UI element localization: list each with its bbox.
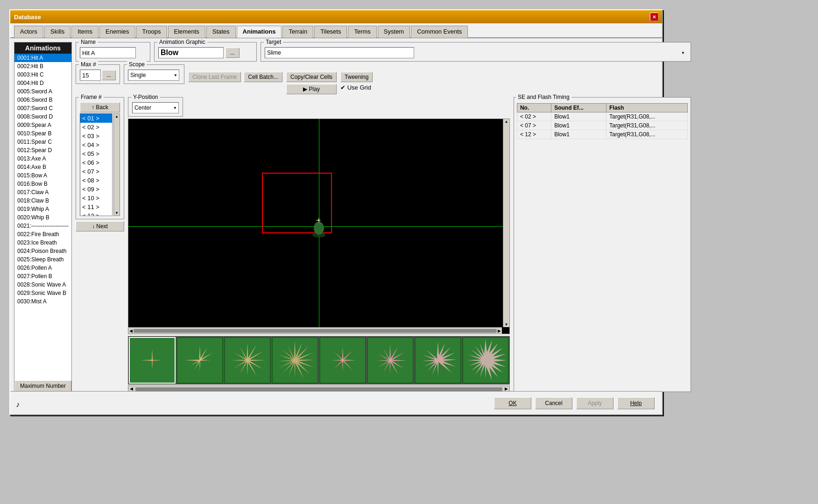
frame-item[interactable]: < 02 > [80,123,112,132]
frame-item[interactable]: < 08 > [80,176,112,185]
list-item[interactable]: 0001:Hit A [14,54,71,62]
tweening-button[interactable]: Tweening [340,72,373,82]
animations-list[interactable]: 0001:Hit A 0002:Hit B 0003:Hit C 0004:Hi… [14,54,71,380]
animation-graphic-browse-button[interactable]: ... [226,48,240,58]
tab-troops[interactable]: Troops [136,26,167,38]
list-item[interactable]: 0003:Hit C [14,70,71,79]
list-item[interactable]: 0004:Hit D [14,79,71,87]
frame-item[interactable]: < 06 > [80,158,112,167]
list-item[interactable]: 0022:Fire Breath [14,230,71,238]
list-item[interactable]: 0002:Hit B [14,62,71,70]
se-row-1[interactable]: < 02 > Blow1 Target(R31,G08,... [517,112,687,121]
canvas-scrollbar-h[interactable]: ◀ ▶ [128,327,502,334]
list-item[interactable]: 0015:Bow A [14,171,71,180]
frame-next-button[interactable]: ↓ Next [76,221,124,231]
list-item[interactable]: 0027:Pollen B [14,272,71,280]
list-item[interactable]: 0006:Sword B [14,96,71,104]
list-item[interactable]: 0026:Pollen A [14,264,71,272]
tab-elements[interactable]: Elements [168,26,205,38]
frame-back-button[interactable]: ↑ Back [80,102,120,112]
close-button[interactable]: ✕ [650,13,658,21]
se-row-2[interactable]: < 07 > Blow1 Target(R31,G08,... [517,121,687,130]
tab-states[interactable]: States [206,26,236,38]
tab-common-events[interactable]: Common Events [411,26,468,38]
tab-enemies[interactable]: Enemies [99,26,135,38]
sprite-frame-7[interactable] [415,337,461,384]
target-select-wrapper: Slime [265,47,687,58]
list-item[interactable]: 0020:Whip B [14,213,71,222]
sprite-frame-5[interactable] [319,337,366,384]
list-item[interactable]: 0023:Ice Breath [14,238,71,247]
list-item[interactable]: 0028:Sonic Wave A [14,280,71,289]
help-button[interactable]: Help [617,397,655,409]
se-row-3[interactable]: < 12 > Blow1 Target(R31,G08,... [517,130,687,139]
list-item[interactable]: 0014:Axe B [14,163,71,171]
tab-terrain[interactable]: Terrain [282,26,313,38]
tab-tilesets[interactable]: Tilesets [314,26,347,38]
list-item[interactable]: 0019:Whip A [14,205,71,213]
frame-item[interactable]: < 01 > [80,114,112,123]
row2: Max # ... Scope Single [76,64,691,94]
sprite-frame-3[interactable] [224,337,271,384]
clone-last-frame-button[interactable]: Clone Last Frame [188,72,241,82]
list-item[interactable]: 0008:Sword D [14,112,71,121]
tab-skills[interactable]: Skills [44,26,71,38]
window-title: Database [14,14,41,21]
list-item[interactable]: 0025:Sleep Breath [14,255,71,264]
maximum-number-button[interactable]: Maximum Number [14,380,71,392]
name-fieldset: Name [76,42,150,62]
sprite-frame-1[interactable] [129,337,176,384]
apply-button[interactable]: Apply [576,397,614,409]
list-item[interactable]: 0018:Claw B [14,196,71,205]
tab-terms[interactable]: Terms [348,26,376,38]
list-item[interactable]: 0005:Sword A [14,87,71,96]
tab-items[interactable]: Items [71,26,99,38]
list-item[interactable]: 0010:Spear B [14,129,71,138]
target-select[interactable]: Slime [265,47,414,58]
frame-item[interactable]: < 03 > [80,132,112,140]
sprite-7-svg [419,341,457,379]
frame-item[interactable]: < 09 > [80,185,112,194]
list-item[interactable]: 0007:Sword C [14,104,71,112]
list-item[interactable]: 0016:Bow B [14,180,71,188]
list-item[interactable]: 0009:Spear A [14,121,71,129]
frame-item[interactable]: < 11 > [80,203,112,211]
frame-item[interactable]: < 12 > [80,211,112,216]
list-item[interactable]: 0017:Claw A [14,188,71,196]
cancel-button[interactable]: Cancel [535,397,572,409]
tab-actors[interactable]: Actors [14,26,43,38]
se-flash-table: No. Sound Ef... Flash < 02 > Blow1 Targe… [517,103,688,139]
tab-animations[interactable]: Animations [237,26,282,38]
list-item[interactable]: 0030:Mist A [14,297,71,306]
scope-select[interactable]: Single [128,70,179,81]
maxhash-btn[interactable]: ... [102,70,116,80]
maxhash-input[interactable] [80,70,101,81]
cell-batch-button[interactable]: Cell Batch... [244,72,282,82]
copy-clear-cells-button[interactable]: Copy/Clear Cells [286,72,337,82]
sprite-frame-6[interactable] [367,337,414,384]
frame-list[interactable]: < 01 > < 02 > < 03 > < 04 > < 05 > < 06 … [80,113,113,216]
sprite-frame-2[interactable] [176,337,223,384]
yposition-select[interactable]: Center [132,102,179,113]
frame-item[interactable]: < 10 > [80,194,112,203]
list-item[interactable]: 0024:Poison Breath [14,247,71,255]
target-fieldset: Target Slime [261,42,691,62]
frame-item[interactable]: < 07 > [80,167,112,176]
list-item[interactable]: 0011:Spear C [14,138,71,146]
frame-list-scrollbar[interactable]: ▲ ▼ [113,113,120,216]
name-input[interactable] [80,47,136,58]
play-button[interactable]: ▶ Play [286,84,337,94]
frame-item[interactable]: < 05 > [80,149,112,158]
frame-item[interactable]: < 04 > [80,140,112,149]
tab-system[interactable]: System [378,26,410,38]
list-item[interactable]: 0029:Sonic Wave B [14,289,71,297]
ok-button[interactable]: OK [494,397,531,409]
list-item[interactable]: 0021:-------------------- [14,222,71,230]
canvas-scrollbar-v[interactable]: ▲ ▼ [503,119,509,327]
list-item[interactable]: 0013:Axe A [14,154,71,163]
list-item[interactable]: 0012:Spear D [14,146,71,154]
svg-marker-6 [141,360,162,361]
sprite-frame-4[interactable] [272,337,318,384]
sprite-frame-8[interactable] [462,337,509,384]
animation-graphic-input[interactable] [158,47,224,58]
